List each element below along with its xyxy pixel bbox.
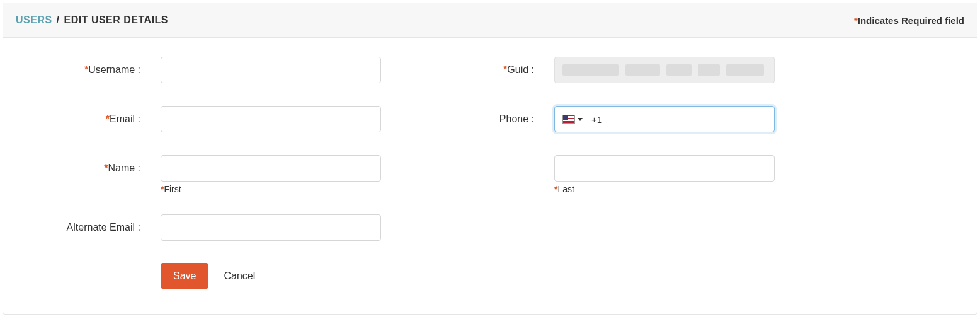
phone-number-field[interactable] xyxy=(602,107,769,132)
chevron-down-icon xyxy=(578,118,583,121)
breadcrumb-current: EDIT USER DETAILS xyxy=(64,14,168,25)
required-field-text: Indicates Required field xyxy=(858,15,964,26)
guid-label: *Guid : xyxy=(457,64,554,76)
username-input[interactable] xyxy=(161,57,381,83)
phone-label: Phone : xyxy=(457,113,554,125)
form-columns: *Username : *Email : xyxy=(28,57,952,263)
breadcrumb-separator: / xyxy=(57,14,60,25)
panel-header: USERS / EDIT USER DETAILS *Indicates Req… xyxy=(3,3,977,38)
alternate-email-input[interactable] xyxy=(161,214,381,241)
save-button[interactable]: Save xyxy=(161,263,208,289)
username-row: *Username : xyxy=(28,57,431,83)
first-name-input[interactable] xyxy=(161,155,381,182)
last-name-sublabel: *Last xyxy=(554,184,574,194)
alternate-email-row: Alternate Email : xyxy=(28,214,431,241)
alternate-email-label: Alternate Email : xyxy=(28,222,161,233)
name-label: *Name : xyxy=(28,163,161,174)
cancel-button[interactable]: Cancel xyxy=(224,270,255,282)
phone-input[interactable]: +1 xyxy=(554,106,775,132)
email-row: *Email : xyxy=(28,106,431,132)
guid-input xyxy=(554,57,775,83)
email-input[interactable] xyxy=(161,106,381,132)
last-name-row: *Last xyxy=(457,155,860,182)
form-column-left: *Username : *Email : xyxy=(28,57,431,263)
name-row: *Name : *First xyxy=(28,155,431,182)
edit-user-panel: USERS / EDIT USER DETAILS *Indicates Req… xyxy=(3,3,977,315)
phone-country-selector[interactable] xyxy=(560,113,585,125)
form-column-right: *Guid : Phone : xyxy=(457,57,860,263)
guid-row: *Guid : xyxy=(457,57,860,83)
phone-dial-code: +1 xyxy=(591,114,602,125)
username-label: *Username : xyxy=(28,64,161,76)
breadcrumb: USERS / EDIT USER DETAILS xyxy=(16,14,168,26)
first-name-sublabel: *First xyxy=(161,184,181,194)
us-flag-icon xyxy=(562,115,575,124)
phone-row: Phone : +1 xyxy=(457,106,860,132)
required-field-note: *Indicates Required field xyxy=(854,15,964,26)
form-actions: Save Cancel xyxy=(161,263,952,289)
email-label: *Email : xyxy=(28,113,161,125)
last-name-input[interactable] xyxy=(554,155,775,182)
breadcrumb-root[interactable]: USERS xyxy=(16,14,52,25)
panel-body: *Username : *Email : xyxy=(3,38,977,314)
